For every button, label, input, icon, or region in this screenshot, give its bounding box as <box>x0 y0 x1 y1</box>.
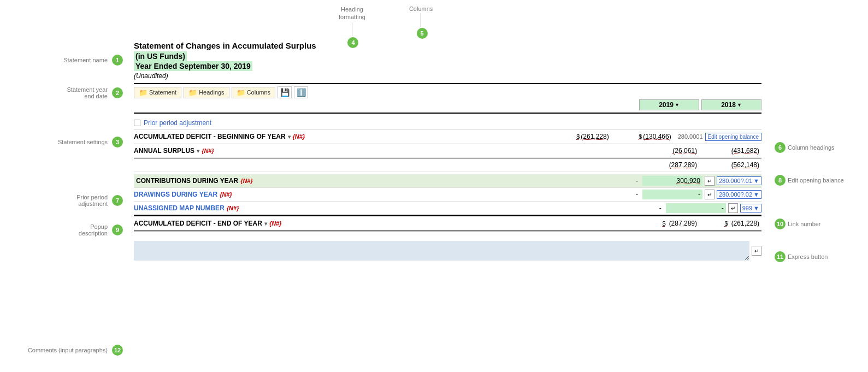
row-subtotal-val2: (562,148) <box>701 160 761 170</box>
row-drawings-val1: - <box>580 190 640 199</box>
right-annotation-10-label: Link number <box>788 221 821 227</box>
annotation-4: Headingformatting 4 <box>339 5 365 48</box>
row-total-val2: $ (261,228) <box>701 219 761 228</box>
left-annotation-3-label: Statement settings <box>58 139 108 145</box>
express-button-drawings[interactable]: ↵ <box>705 190 715 199</box>
columns-btn-label: Columns <box>247 89 270 96</box>
col-header-2019-dropdown[interactable]: ▼ <box>675 102 680 108</box>
annotation-5-label: Columns <box>409 5 433 12</box>
statement-title-area: Statement of Changes in Accumulated Surp… <box>134 41 761 80</box>
badge-2: 2 <box>112 87 123 98</box>
row-subtotal-amount1: (287,289) <box>669 161 697 169</box>
left-annotation-7-label: Prior periodadjustment <box>76 194 108 207</box>
row-unassigned-amount2: - <box>722 204 724 212</box>
prior-period-checkbox[interactable] <box>134 120 140 126</box>
express-button-unassigned[interactable]: ↵ <box>728 203 738 213</box>
badge-1: 1 <box>112 55 123 66</box>
row-total-label: ACCUMULATED DEFICIT - END OF YEAR ▾ {N#} <box>134 220 634 227</box>
row-drawings-amount1: - <box>636 191 638 198</box>
edit-opening-balance-button[interactable]: Edit opening balance <box>705 133 761 141</box>
col-header-2019-label: 2019 <box>659 101 674 109</box>
link-number-drawings-val: 280.000?.02 <box>719 191 752 198</box>
left-annotation-1-label: Statement name <box>63 57 108 63</box>
comments-input[interactable] <box>134 241 749 261</box>
row-contributions-label: CONTRIBUTIONS DURING YEAR {N#} <box>134 176 575 186</box>
row-1-amount1: (261,228) <box>581 133 609 140</box>
statement-year-line: Year Ended September 30, 2019 <box>134 61 252 71</box>
row-unassigned-val1: - <box>604 203 664 213</box>
left-annotation-9-label: Popupdescription <box>79 223 108 237</box>
row-contributions-popup: {N#} <box>240 178 253 184</box>
row-unassigned-values: - - ↵ 999 ▼ <box>604 203 761 213</box>
row-total-amount1: (287,289) <box>669 220 697 227</box>
col-header-2018-dropdown[interactable]: ▼ <box>737 102 742 108</box>
row-total-dollar2: $ <box>725 220 728 227</box>
row-total-amount2: (261,228) <box>731 220 759 227</box>
row-subtotal-val1: (287,289) <box>639 160 699 170</box>
row-2-text: ANNUAL SURPLUS <box>134 147 194 155</box>
badge-4: 4 <box>347 37 358 48</box>
row-2-popup: {N#} <box>202 147 214 154</box>
link-number-unassigned-val: 999 <box>742 205 752 211</box>
link-number-contributions[interactable]: 280.000?.01 ▼ <box>717 176 761 185</box>
row-contributions-val1: - <box>580 176 640 186</box>
row-subtotal: (287,289) (562,148) <box>134 158 761 172</box>
row-drawings: DRAWINGS DURING YEAR {N#} - - ↵ 280.000?… <box>134 188 761 202</box>
col-header-2018: 2018 ▼ <box>701 99 761 110</box>
annotation-5: Columns 5 <box>409 5 433 48</box>
folder-icon-columns: 📁 <box>237 88 245 97</box>
folder-icon-headings: 📁 <box>188 88 197 97</box>
row-1-dropdown[interactable]: ▾ <box>288 134 291 140</box>
headings-button[interactable]: 📁 Headings <box>184 87 229 98</box>
columns-button[interactable]: 📁 Columns <box>232 87 275 98</box>
row-unassigned-label: UNASSIGNED MAP NUMBER {N#} <box>134 204 598 212</box>
left-annotation-2-label: Statement yearend date <box>67 86 108 99</box>
link-number-unassigned[interactable]: 999 ▼ <box>740 204 761 212</box>
link-number-contributions-arrow: ▼ <box>753 178 759 184</box>
row-subtotal-values: (287,289) (562,148) <box>639 160 761 170</box>
row-2-dropdown[interactable]: ▾ <box>197 148 199 154</box>
info-icon-button[interactable]: ℹ️ <box>294 86 308 98</box>
row-2-val1: (26,061) <box>639 146 699 156</box>
row-2-values: (26,061) (431,682) <box>639 146 761 156</box>
row-1-dollar2: $ <box>639 133 642 140</box>
statement-unaudited: (Unaudited) <box>134 72 761 80</box>
comments-express-button[interactable]: ↵ <box>752 246 761 256</box>
row-total-dollar1: $ <box>663 220 666 227</box>
row-contributions-values: - 300,920 ↵ 280.000?.01 ▼ <box>580 176 761 186</box>
row-contributions-text: CONTRIBUTIONS DURING YEAR <box>136 177 238 185</box>
row-total-dropdown[interactable]: ▾ <box>264 221 267 227</box>
row-drawings-text: DRAWINGS DURING YEAR <box>134 191 217 198</box>
opening-balance-number: 280.0001 <box>678 133 703 140</box>
row-unassigned: UNASSIGNED MAP NUMBER {N#} - - ↵ 999 ▼ <box>134 202 761 215</box>
row-1-label: ACCUMULATED DEFICIT - BEGINNING OF YEAR … <box>134 133 546 140</box>
row-drawings-amount2: - <box>698 191 700 198</box>
row-contributions: CONTRIBUTIONS DURING YEAR {N#} - 300,920… <box>134 174 761 188</box>
link-number-drawings[interactable]: 280.000?.02 ▼ <box>717 190 761 199</box>
row-total-popup: {N#} <box>269 220 282 227</box>
row-2-amount2: (431,682) <box>731 147 759 155</box>
link-number-contributions-val: 280.000?.01 <box>719 178 752 184</box>
row-2-label: ANNUAL SURPLUS ▾ {N#} <box>134 147 634 155</box>
badge-8: 8 <box>775 175 786 186</box>
row-drawings-popup: {N#} <box>220 191 232 198</box>
express-button-contributions[interactable]: ↵ <box>705 176 715 186</box>
save-icon-button[interactable]: 💾 <box>277 86 292 98</box>
row-contributions-val2: 300,920 <box>642 176 702 186</box>
statement-subtitle: (in US Funds) <box>134 51 187 61</box>
headings-btn-label: Headings <box>199 89 224 96</box>
row-accumulated-deficit-end: ACCUMULATED DEFICIT - END OF YEAR ▾ {N#}… <box>134 215 761 232</box>
link-number-unassigned-arrow: ▼ <box>753 205 759 211</box>
badge-10: 10 <box>775 219 786 229</box>
row-unassigned-text: UNASSIGNED MAP NUMBER <box>134 204 225 212</box>
badge-11: 11 <box>775 251 786 262</box>
row-2-val2: (431,682) <box>701 146 761 156</box>
row-1-text: ACCUMULATED DEFICIT - BEGINNING OF YEAR <box>134 133 286 140</box>
link-number-drawings-arrow: ▼ <box>753 191 759 198</box>
row-total-values: $ (287,289) $ (261,228) <box>639 219 761 228</box>
badge-3: 3 <box>112 137 123 147</box>
badge-5: 5 <box>417 28 428 39</box>
right-annotation-6-label: Column headings <box>788 144 835 151</box>
comments-area: ↵ <box>134 241 761 261</box>
statement-button[interactable]: 📁 Statement <box>134 87 181 98</box>
